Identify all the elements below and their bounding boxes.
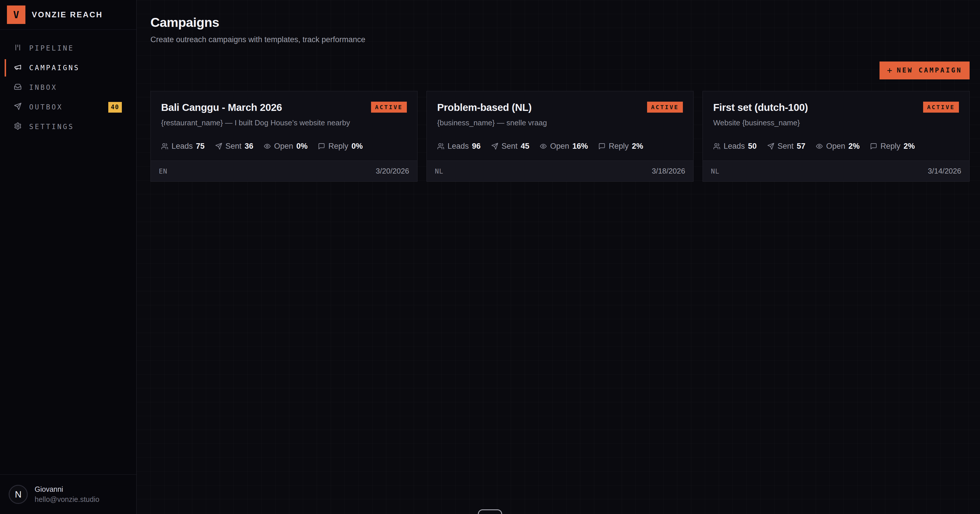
- stat-reply: Reply 0%: [318, 142, 363, 151]
- stat-value: 2%: [848, 142, 860, 151]
- plus-icon: +: [887, 65, 892, 76]
- sidebar-item-campaigns[interactable]: CAMPAIGNS: [0, 58, 136, 78]
- stat-label: Open: [274, 142, 293, 151]
- user-name: Giovanni: [35, 485, 99, 493]
- stat-value: 16%: [572, 142, 588, 151]
- avatar: N: [9, 485, 28, 504]
- sidebar-item-inbox[interactable]: INBOX: [0, 78, 136, 97]
- stat-value: 2%: [904, 142, 915, 151]
- campaign-title: First set (dutch-100): [713, 102, 808, 113]
- status-badge: ACTIVE: [647, 102, 683, 113]
- users-icon: [437, 143, 444, 150]
- sidebar-item-outbox[interactable]: OUTBOX 40: [0, 97, 136, 117]
- sidebar-item-settings[interactable]: SETTINGS: [0, 117, 136, 137]
- language-tag: NL: [435, 167, 444, 175]
- message-square-icon: [870, 143, 877, 150]
- send-icon: [215, 143, 222, 150]
- campaign-stats: Leads 75 Sent 36 Open 0%: [161, 142, 407, 160]
- campaign-card-footer: NL 3/14/2026: [703, 161, 969, 181]
- sidebar-nav: PIPELINE CAMPAIGNS INBOX OUTBOX 40: [0, 30, 136, 474]
- eye-icon: [816, 143, 823, 150]
- stat-open: Open 0%: [264, 142, 307, 151]
- language-tag: NL: [711, 167, 719, 175]
- campaign-card[interactable]: Bali Canggu - March 2026 ACTIVE {restaur…: [150, 91, 417, 181]
- campaign-card-grid: Bali Canggu - March 2026 ACTIVE {restaur…: [150, 91, 970, 181]
- campaign-stats: Leads 50 Sent 57 Open 2%: [713, 142, 959, 160]
- stat-value: 50: [748, 142, 757, 151]
- message-square-icon: [598, 143, 606, 150]
- stat-sent: Sent 45: [491, 142, 530, 151]
- stat-leads: Leads 50: [713, 142, 757, 151]
- stat-label: Leads: [724, 142, 745, 151]
- kanban-icon: [14, 44, 22, 53]
- stat-reply: Reply 2%: [598, 142, 643, 151]
- sidebar-item-label: PIPELINE: [29, 44, 74, 52]
- campaign-card[interactable]: First set (dutch-100) ACTIVE Website {bu…: [703, 91, 970, 181]
- status-badge: ACTIVE: [371, 102, 407, 113]
- users-icon: [713, 143, 721, 150]
- send-icon: [14, 102, 22, 112]
- stat-reply: Reply 2%: [870, 142, 915, 151]
- stat-label: Open: [826, 142, 845, 151]
- outbox-count-badge: 40: [108, 102, 122, 113]
- campaign-date: 3/14/2026: [928, 167, 961, 175]
- stat-open: Open 16%: [540, 142, 588, 151]
- brand-name: VONZIE REACH: [32, 10, 103, 19]
- brand-logo: V: [7, 5, 25, 24]
- stat-value: 57: [797, 142, 805, 151]
- campaign-stats: Leads 96 Sent 45 Open 16%: [437, 142, 683, 160]
- user-email: hello@vonzie.studio: [35, 495, 99, 504]
- inbox-icon: [14, 83, 22, 92]
- stat-value: 2%: [632, 142, 643, 151]
- user-profile[interactable]: N Giovanni hello@vonzie.studio: [0, 474, 136, 514]
- bottom-pill-indicator: [478, 509, 502, 514]
- sidebar-item-label: OUTBOX: [29, 103, 63, 111]
- toolbar: + NEW CAMPAIGN: [150, 62, 970, 80]
- new-campaign-button[interactable]: + NEW CAMPAIGN: [880, 62, 970, 80]
- megaphone-icon: [14, 63, 22, 73]
- status-badge: ACTIVE: [923, 102, 959, 113]
- stat-label: Reply: [328, 142, 348, 151]
- campaign-card-footer: NL 3/18/2026: [427, 161, 693, 181]
- page-title: Campaigns: [150, 15, 970, 30]
- send-icon: [767, 143, 775, 150]
- sidebar-item-pipeline[interactable]: PIPELINE: [0, 38, 136, 58]
- gear-icon: [14, 122, 22, 132]
- stat-value: 0%: [352, 142, 363, 151]
- stat-label: Leads: [447, 142, 469, 151]
- eye-icon: [540, 143, 547, 150]
- stat-label: Reply: [609, 142, 628, 151]
- sidebar-item-label: INBOX: [29, 83, 57, 92]
- stat-value: 96: [472, 142, 481, 151]
- campaign-date: 3/18/2026: [652, 167, 685, 175]
- campaign-card-footer: EN 3/20/2026: [151, 161, 417, 181]
- stat-label: Sent: [501, 142, 518, 151]
- campaign-date: 3/20/2026: [375, 167, 409, 175]
- users-icon: [161, 143, 168, 150]
- send-icon: [491, 143, 498, 150]
- eye-icon: [264, 143, 271, 150]
- sidebar-item-label: CAMPAIGNS: [29, 64, 80, 72]
- new-campaign-label: NEW CAMPAIGN: [897, 67, 962, 75]
- campaign-subject: {restaurant_name} — I built Dog House’s …: [161, 118, 407, 127]
- stat-value: 75: [196, 142, 205, 151]
- message-square-icon: [318, 143, 325, 150]
- stat-label: Open: [550, 142, 569, 151]
- campaign-subject: {business_name} — snelle vraag: [437, 118, 683, 127]
- sidebar: V VONZIE REACH PIPELINE CAMPAIGNS INBOX: [0, 0, 137, 514]
- page-subtitle: Create outreach campaigns with templates…: [150, 35, 970, 44]
- campaign-title: Bali Canggu - March 2026: [161, 102, 282, 113]
- stat-label: Reply: [880, 142, 900, 151]
- brand: V VONZIE REACH: [0, 0, 136, 30]
- stat-label: Sent: [226, 142, 242, 151]
- stat-sent: Sent 36: [215, 142, 253, 151]
- stat-leads: Leads 96: [437, 142, 481, 151]
- campaign-card[interactable]: Problem-based (NL) ACTIVE {business_name…: [426, 91, 694, 181]
- stat-label: Leads: [172, 142, 193, 151]
- stat-value: 36: [245, 142, 253, 151]
- stat-value: 45: [520, 142, 529, 151]
- stat-value: 0%: [296, 142, 307, 151]
- campaign-title: Problem-based (NL): [437, 102, 531, 113]
- campaign-subject: Website {business_name}: [713, 118, 959, 127]
- stat-sent: Sent 57: [767, 142, 806, 151]
